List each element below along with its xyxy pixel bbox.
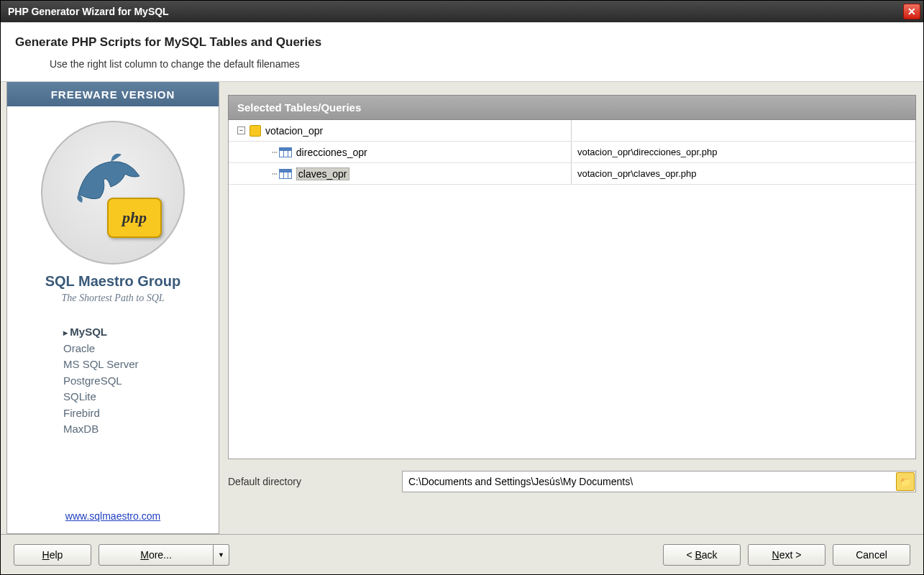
db-list-item[interactable]: MySQL [63,324,138,341]
footer: Help More... ▼ < Back Next > Cancel [1,534,923,574]
wizard-header: Generate PHP Scripts for MySQL Tables an… [1,22,923,82]
database-name: votacion_opr [265,125,323,137]
db-list-item[interactable]: MS SQL Server [63,356,138,373]
table-name: direcciones_opr [296,147,367,158]
collapse-icon[interactable]: − [237,126,245,134]
db-list-item[interactable]: PostgreSQL [63,373,138,390]
db-list: MySQLOracleMS SQL ServerPostgreSQLSQLite… [7,324,138,438]
panel-header: Selected Tables/Queries [228,95,916,120]
more-button[interactable]: More... [99,544,214,566]
tree-table-row[interactable]: ⋯claves_oprvotacion_opr\claves_opr.php [229,163,915,185]
php-badge: php [107,198,162,238]
tree-table-row[interactable]: ⋯direcciones_oprvotacion_opr\direcciones… [229,142,915,163]
close-button[interactable]: ✕ [903,4,920,19]
back-button[interactable]: < Back [663,544,741,566]
cancel-button[interactable]: Cancel [833,544,910,566]
freeware-banner: FREEWARE VERSION [7,82,219,106]
wizard-window: PHP Generator Wizard for MySQL ✕ Generat… [0,0,924,575]
default-directory-label: Default directory [228,476,393,487]
db-list-item[interactable]: SQLite [63,389,138,405]
logo-circle: php [41,121,185,264]
chevron-down-icon: ▼ [218,551,224,558]
browse-button[interactable]: 📁 [896,472,915,491]
page-subtitle: Use the right list column to change the … [15,58,909,70]
tree-database-row[interactable]: − votacion_opr [229,120,915,142]
default-directory-input[interactable] [402,471,916,492]
window-title: PHP Generator Wizard for MySQL [8,6,903,17]
table-name: claves_opr [296,167,349,180]
table-filename[interactable]: votacion_opr\direcciones_opr.php [572,147,915,157]
db-list-item[interactable]: Firebird [63,405,138,422]
vendor-link[interactable]: www.sqlmaestro.com [65,510,160,522]
tree-branch-icon: ⋯ [272,168,276,179]
next-button[interactable]: Next > [748,544,825,566]
database-icon [250,125,261,137]
tree-branch-icon: ⋯ [272,147,276,157]
db-list-item[interactable]: MaxDB [63,421,138,438]
logo-area: php SQL Maestro Group The Shortest Path … [41,106,185,311]
tree-container: − votacion_opr ⋯direcciones_oprvotacion_… [228,120,916,459]
table-filename[interactable]: votacion_opr\claves_opr.php [572,168,915,179]
db-list-item[interactable]: Oracle [63,341,138,357]
default-directory-row: Default directory 📁 [228,471,916,492]
page-title: Generate PHP Scripts for MySQL Tables an… [15,35,909,50]
body-area: FREEWARE VERSION php SQL Maestro Group T… [1,82,923,534]
table-icon [279,147,292,157]
group-name: SQL Maestro Group [45,273,181,290]
titlebar: PHP Generator Wizard for MySQL ✕ [1,1,923,22]
help-button[interactable]: Help [14,544,91,566]
close-icon: ✕ [907,6,916,17]
table-icon [279,169,292,179]
sidebar: FREEWARE VERSION php SQL Maestro Group T… [6,82,219,534]
tagline: The Shortest Path to SQL [61,293,164,304]
folder-icon: 📁 [900,477,911,487]
main-panel: Selected Tables/Queries − votacion_opr ⋯… [225,82,923,534]
more-dropdown-button[interactable]: ▼ [214,544,229,566]
